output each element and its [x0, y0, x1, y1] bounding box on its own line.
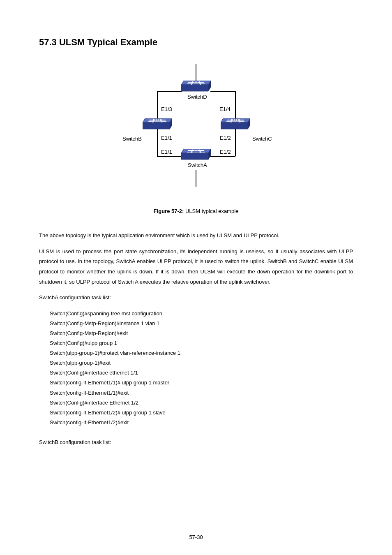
switch-a-icon [181, 149, 211, 160]
link-ba [157, 129, 158, 156]
paragraph-1: The above topology is the typical applic… [39, 231, 353, 241]
code-line: Switch(Config-Mstp-Region)#exit [50, 328, 353, 338]
switch-c-icon [221, 118, 250, 130]
code-line: Switch(config-If-Ethernet1/2)#exit [50, 418, 353, 428]
page-number: 57-30 [0, 534, 392, 540]
switch-c-label: SwitchC [252, 136, 272, 142]
code-line: Switch(Config)#interface Ethernet 1/2 [50, 398, 353, 408]
code-line: Switch(config-If-Ethernet1/2)# ulpp grou… [50, 408, 353, 418]
link-db [157, 91, 158, 118]
figure-caption: Figure 57-2: ULSM typical example [39, 208, 353, 214]
code-line: Switch(ulpp-group-1)#exit [50, 358, 353, 368]
caption-bold: Figure 57-2: [154, 208, 184, 214]
switch-a-label: SwitchA [188, 162, 207, 168]
code-line: Switch(Config)#interface ethernet 1/1 [50, 368, 353, 378]
link-a-left [157, 156, 182, 157]
label-e14: E1/4 [219, 106, 231, 112]
link-d-right [210, 91, 235, 92]
code-line: Switch(ulpp-group-1)#protect vlan-refere… [50, 348, 353, 358]
code-block-switcha: Switch(Config)#spanning-tree mst configu… [50, 309, 353, 428]
switch-d-label: SwitchD [187, 94, 207, 100]
paragraph-2: ULSM is used to process the port state s… [39, 247, 353, 287]
link-ca [235, 129, 236, 156]
link-top [196, 64, 196, 81]
diagram-container: SwitchD E1/3 E1/4 SwitchB SwitchC E1/1 [39, 64, 353, 192]
link-a-right [210, 156, 235, 157]
code-line: Switch(Config)#ulpp group 1 [50, 338, 353, 348]
switch-d-icon [181, 81, 211, 92]
section-heading: 57.3 ULSM Typical Example [39, 37, 353, 48]
label-e11l: E1/1 [161, 135, 172, 141]
switch-b-icon [143, 118, 172, 130]
label-e11b: E1/1 [161, 149, 172, 155]
topology-diagram: SwitchD E1/3 E1/4 SwitchB SwitchC E1/1 [108, 64, 284, 192]
caption-text: ULSM typical example [184, 208, 238, 214]
code-line: Switch(Config-Mstp-Region)#instance 1 vl… [50, 319, 353, 328]
paragraph-3: SwitchA configuration task list: [39, 293, 353, 303]
label-e12r: E1/2 [220, 135, 231, 141]
link-d-left [157, 91, 182, 92]
label-e13: E1/3 [161, 106, 172, 112]
link-bottom [196, 170, 196, 187]
code-line: Switch(Config)#spanning-tree mst configu… [50, 309, 353, 319]
label-e12b: E1/2 [220, 149, 231, 155]
code-line: Switch(config-If-Ethernet1/1)#exit [50, 388, 353, 398]
link-dc [235, 91, 236, 118]
paragraph-4: SwitchB configuration task list: [39, 437, 353, 448]
switch-b-label: SwitchB [122, 136, 142, 142]
code-line: Switch(config-If-Ethernet1/1)# ulpp grou… [50, 378, 353, 388]
